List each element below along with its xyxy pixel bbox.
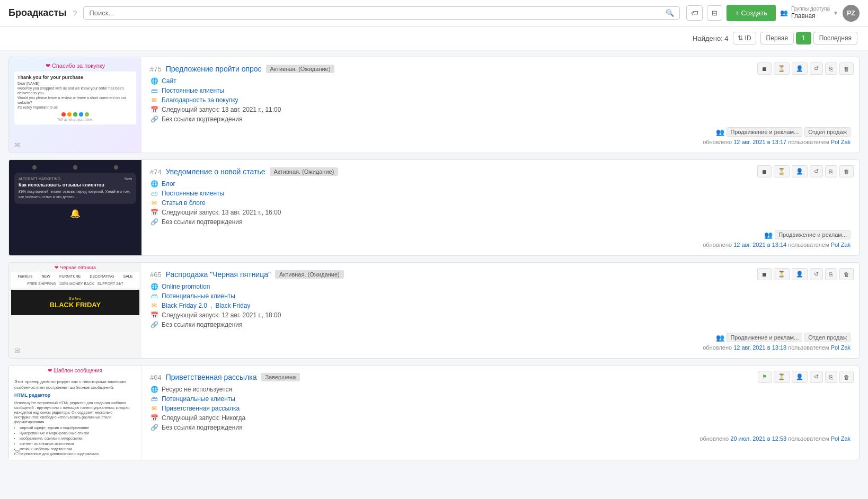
updated-date-75[interactable]: 12 авг. 2021 в 13:17 [733,139,786,145]
group-tag-sales-75[interactable]: Отдел продаж [804,127,851,137]
delete-button-75[interactable]: 🗑 [839,63,854,75]
pause-button-75[interactable]: ⏹ [757,63,772,75]
group-tag-sales-65[interactable]: Отдел продаж [804,333,851,342]
template-link-75[interactable]: Благодарность за покупку [162,96,238,104]
copy-button-74[interactable]: ⎘ [825,165,837,177]
card-title-75[interactable]: Предложение пройти опрос [166,65,262,73]
users-tag-icon-65: 👥 [716,334,724,342]
card-title-64[interactable]: Приветственная рассылка [166,373,257,381]
globe-icon-64: 🌐 [150,386,158,393]
history-button-75[interactable]: ↺ [810,63,823,75]
history-button-64[interactable]: ↺ [810,371,823,383]
updated-user-75[interactable]: Pol Zak [831,139,851,145]
current-page-button[interactable]: 1 [796,32,811,44]
updated-text-75: обновлено 12 авг. 2021 в 13:17 пользоват… [703,139,851,145]
email-icon-74: ✉ [150,199,158,207]
calendar-icon-64: 📅 [150,414,158,422]
template-link-64[interactable]: Приветственная рассылка [162,405,240,412]
create-button[interactable]: + Создать [727,5,776,21]
group-tag-promo-74[interactable]: Продвижение и реклам... [775,230,851,239]
tags-button[interactable]: 🏷 [686,5,703,21]
calendar-icon-65: 📅 [150,311,158,319]
meta-template-74: ✉ Статья в блоге [150,199,851,207]
delete-button-64[interactable]: 🗑 [839,371,854,383]
user-button-75[interactable]: 👤 [792,63,808,75]
timer-button-64[interactable]: ⏳ [774,371,790,383]
pause-button-65[interactable]: ⏹ [757,268,772,280]
updated-user-65[interactable]: Pol Zak [831,344,851,351]
card-meta-65: 🌐 Online promotion 🗃 Потенциальные клиен… [150,283,851,328]
broadcast-card-74: ALTCRAFT MARKETING Now Как использовать … [8,159,860,256]
delete-button-65[interactable]: 🗑 [839,268,854,280]
meta-confirm-64: 🔗 Без ссылки подтверждения [150,424,851,431]
copy-button-64[interactable]: ⎘ [825,371,837,383]
copy-button-65[interactable]: ⎘ [825,268,837,280]
delete-button-74[interactable]: 🗑 [839,165,854,177]
avatar[interactable]: PZ [843,5,860,22]
db-icon-65: 🗃 [150,292,158,300]
timer-button-65[interactable]: ⏳ [774,268,790,280]
meta-template-64: ✉ Приветственная рассылка [150,405,851,412]
card-actions-75: ⏹ ⏳ 👤 ↺ ⎘ 🗑 [757,63,854,75]
meta-launch-64: 📅 Следующий запуск: Никогда [150,414,851,422]
first-page-button[interactable]: Первая [760,32,794,44]
filter-button[interactable]: ⊟ [707,5,722,21]
card-body-64: ⚑ ⏳ 👤 ↺ ⎘ 🗑 #64 Приветственная рассылка … [141,366,859,460]
segment-link-64[interactable]: Потенциальные клиенты [162,395,235,403]
flag-button-64[interactable]: ⚑ [758,371,772,383]
user-button-74[interactable]: 👤 [792,165,808,177]
help-icon[interactable]: ? [73,9,77,17]
user-button-65[interactable]: 👤 [792,268,808,280]
meta-confirm-75: 🔗 Без ссылки подтверждения [150,115,851,123]
history-button-74[interactable]: ↺ [810,165,823,177]
template-link-bf-65[interactable]: Black Friday [215,302,250,309]
pagination-bar: Найдено: 4 ⇅ ID Первая 1 Последняя [0,26,868,50]
template-link-74[interactable]: Статья в блоге [162,199,206,207]
site-text-64: Ресурс не используется [162,386,232,393]
access-group-label: Группы доступа [791,6,830,12]
meta-launch-75: 📅 Следующий запуск: 13 авг. 2021 г., 11:… [150,106,851,113]
group-tag-promo-65[interactable]: Продвижение и реклам... [727,333,802,342]
group-tags-75: 👥 Продвижение и реклам... Отдел продаж [716,127,851,137]
segment-link-65[interactable]: Потенциальные клиенты [162,292,235,300]
copy-button-75[interactable]: ⎘ [825,63,837,75]
site-link-74[interactable]: Блог [162,180,175,188]
card-title-74[interactable]: Уведомление о новой статье [166,167,265,176]
access-group[interactable]: 👥 Группы доступа Главная ▼ [780,6,838,20]
users-icon: 👥 [780,9,788,16]
card-actions-74: ⏹ ⏳ 👤 ↺ ⎘ 🗑 [757,165,854,177]
updated-date-74[interactable]: 12 авг. 2021 в 13:14 [733,242,786,248]
updated-date-64[interactable]: 20 июл. 2021 в 12:53 [730,435,786,442]
confirm-text-75: Без ссылки подтверждения [162,115,243,123]
card-id-64: #64 [150,373,162,381]
timer-button-75[interactable]: ⏳ [774,63,790,75]
template-link-bf20-65[interactable]: Black Friday 2.0 [162,302,207,309]
search-input[interactable] [89,9,661,17]
bottom-row-75: 👥 Продвижение и реклам... Отдел продаж о… [150,127,851,145]
pause-button-74[interactable]: ⏹ [757,165,772,177]
segment-link-74[interactable]: Постоянные клиенты [162,190,224,197]
sort-button[interactable]: ⇅ ID [733,32,756,44]
card-actions-64: ⚑ ⏳ 👤 ↺ ⎘ 🗑 [758,371,854,383]
pagination-controls: Первая 1 Последняя [760,32,857,44]
user-button-64[interactable]: 👤 [792,371,808,383]
updated-date-65[interactable]: 12 авг. 2021 в 13:18 [733,344,786,351]
last-page-button[interactable]: Последняя [813,32,857,44]
email-icon-65: ✉ [150,302,158,309]
card-body-74: ⏹ ⏳ 👤 ↺ ⎘ 🗑 #74 Уведомление о новой стат… [141,160,859,255]
meta-site-74: 🌐 Блог [150,180,851,188]
updated-user-74[interactable]: Pol Zak [831,242,851,248]
users-tag-icon-74: 👥 [764,231,773,239]
timer-button-74[interactable]: ⏳ [774,165,790,177]
segment-link-75[interactable]: Постоянные клиенты [162,87,224,94]
link-icon-75: 🔗 [150,115,158,123]
site-link-75[interactable]: Сайт [162,77,176,85]
site-link-65[interactable]: Online promotion [162,283,210,290]
card-preview-64: ❤ Шаблон сообщения Этот пример демонстри… [9,366,141,460]
card-title-65[interactable]: Распродажа "Черная пятница" [166,270,271,279]
history-button-65[interactable]: ↺ [810,268,823,280]
meta-site-75: 🌐 Сайт [150,77,851,85]
calendar-icon-75: 📅 [150,106,158,113]
updated-user-64[interactable]: Pol Zak [831,435,851,442]
group-tag-promo-75[interactable]: Продвижение и реклам... [727,127,802,137]
